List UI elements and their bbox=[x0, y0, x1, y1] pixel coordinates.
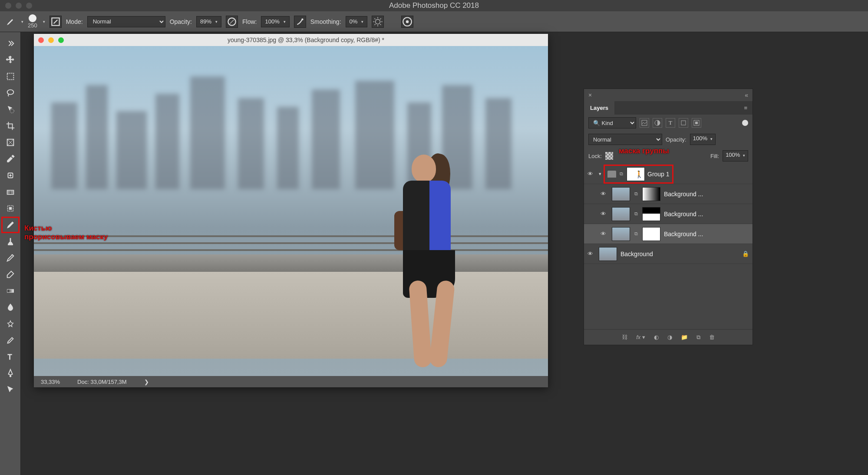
link-icon: ⧉ bbox=[634, 231, 639, 237]
chevron-down-icon[interactable]: ▾ bbox=[43, 20, 45, 24]
dodge-tool[interactable] bbox=[3, 317, 18, 331]
close-window[interactable] bbox=[5, 3, 11, 9]
layer-row[interactable]: 👁 ⧉ Background ... bbox=[584, 204, 752, 224]
layer-thumb[interactable] bbox=[612, 187, 630, 201]
eraser-tool[interactable] bbox=[3, 267, 18, 281]
pen-like-tool[interactable] bbox=[3, 333, 18, 347]
layer-mask-thumb[interactable] bbox=[642, 187, 660, 201]
clone-stamp-tool[interactable] bbox=[3, 234, 18, 248]
tab-layers[interactable]: Layers bbox=[584, 101, 614, 115]
blend-mode-select[interactable]: Normal bbox=[588, 134, 662, 145]
filter-pixel-icon[interactable] bbox=[640, 118, 649, 128]
visibility-icon[interactable]: 👁 bbox=[601, 211, 608, 217]
layer-row-background[interactable]: 👁 Background 🔒 bbox=[584, 244, 752, 264]
layer-mask-thumb[interactable]: 🚶 bbox=[627, 167, 645, 181]
doc-size[interactable]: Doc: 33,0M/157,3M bbox=[77, 379, 126, 385]
layer-opacity-input[interactable]: 100% ▾ bbox=[690, 134, 716, 145]
layer-mask-thumb[interactable] bbox=[642, 227, 660, 241]
filter-toggle-icon[interactable] bbox=[742, 120, 748, 126]
blend-mode-select[interactable]: Normal bbox=[87, 16, 165, 27]
flow-input[interactable]: 100%▾ bbox=[261, 16, 289, 27]
pressure-opacity-icon[interactable] bbox=[226, 16, 238, 28]
zoom-level[interactable]: 33,33% bbox=[41, 379, 60, 385]
canvas[interactable] bbox=[34, 46, 548, 376]
opacity-input[interactable]: 89%▾ bbox=[196, 16, 221, 27]
path-select-tool[interactable] bbox=[3, 383, 18, 397]
layer-thumb[interactable] bbox=[599, 247, 617, 261]
new-layer-icon[interactable]: ⧉ bbox=[696, 334, 700, 341]
layer-thumb[interactable] bbox=[612, 227, 630, 241]
fill-input[interactable]: 100% ▾ bbox=[723, 150, 748, 162]
filter-type-select[interactable]: 🔍 Kind bbox=[588, 117, 636, 129]
layer-name[interactable]: Group 1 bbox=[647, 171, 670, 178]
disclosure-icon[interactable]: ▾ bbox=[599, 171, 601, 177]
type-tool[interactable]: T bbox=[3, 350, 18, 364]
statusbar-chevron-icon[interactable]: ❯ bbox=[144, 379, 149, 385]
layer-name[interactable]: Background ... bbox=[664, 211, 749, 218]
add-mask-icon[interactable]: ◐ bbox=[654, 334, 659, 340]
visibility-icon[interactable]: 👁 bbox=[587, 171, 595, 177]
healing-brush-tool[interactable] bbox=[3, 168, 18, 182]
doc-minimize-icon[interactable] bbox=[48, 37, 54, 43]
crop-tool[interactable] bbox=[3, 119, 18, 133]
brush-preset-picker[interactable]: 250 bbox=[28, 14, 37, 29]
marquee-tool[interactable] bbox=[3, 69, 18, 83]
layer-name[interactable]: Background ... bbox=[664, 231, 749, 238]
panel-close-icon[interactable]: × bbox=[588, 92, 592, 99]
brush-size-value: 250 bbox=[28, 22, 37, 29]
layer-row[interactable]: 👁 ⧉ Background ... bbox=[584, 184, 752, 204]
filter-smart-icon[interactable] bbox=[692, 118, 701, 128]
lock-icon[interactable]: 🔒 bbox=[742, 251, 749, 257]
svg-rect-21 bbox=[695, 122, 698, 124]
delete-layer-icon[interactable]: 🗑 bbox=[709, 334, 715, 340]
layer-thumb[interactable] bbox=[612, 207, 630, 221]
move-tool[interactable] bbox=[3, 53, 18, 67]
doc-close-icon[interactable] bbox=[38, 37, 44, 43]
document-titlebar[interactable]: young-370385.jpg @ 33,3% (Background cop… bbox=[34, 34, 548, 46]
fill-label: Fill: bbox=[710, 153, 719, 159]
window-controls[interactable] bbox=[0, 3, 32, 9]
new-group-icon[interactable]: 📁 bbox=[681, 334, 688, 340]
visibility-icon[interactable]: 👁 bbox=[601, 191, 608, 197]
smoothing-input[interactable]: 0%▾ bbox=[346, 16, 368, 27]
gradient-tool[interactable] bbox=[3, 284, 18, 298]
blur-tool[interactable] bbox=[3, 300, 18, 314]
lock-transparency-icon[interactable] bbox=[605, 152, 613, 160]
expand-toolbar-icon[interactable] bbox=[3, 36, 18, 50]
layer-mask-thumb[interactable] bbox=[642, 207, 660, 221]
history-brush-tool[interactable] bbox=[3, 251, 18, 265]
quick-select-tool[interactable] bbox=[3, 102, 18, 116]
link-layers-icon[interactable]: ⛓ bbox=[622, 334, 627, 340]
visibility-icon[interactable]: 👁 bbox=[587, 251, 595, 257]
lasso-tool[interactable] bbox=[3, 86, 18, 100]
patch-tool[interactable] bbox=[3, 185, 18, 199]
filter-adjust-icon[interactable] bbox=[653, 118, 662, 128]
pressure-size-icon[interactable] bbox=[401, 16, 413, 28]
filter-shape-icon[interactable] bbox=[679, 118, 688, 128]
zoom-window[interactable] bbox=[26, 3, 32, 9]
airbrush-icon[interactable] bbox=[294, 16, 306, 28]
artboard-tool[interactable] bbox=[3, 201, 18, 215]
filter-type-icon[interactable]: T bbox=[666, 118, 675, 128]
eyedropper-tool[interactable] bbox=[3, 152, 18, 166]
minimize-window[interactable] bbox=[16, 3, 22, 9]
doc-zoom-icon[interactable] bbox=[58, 37, 64, 43]
panel-collapse-icon[interactable]: « bbox=[745, 92, 748, 99]
layer-name[interactable]: Background ... bbox=[664, 191, 749, 198]
fx-icon[interactable]: fx ▾ bbox=[636, 334, 645, 340]
visibility-icon[interactable]: 👁 bbox=[601, 231, 608, 237]
layer-row[interactable]: 👁 ⧉ Background ... bbox=[584, 224, 752, 244]
frame-tool[interactable] bbox=[3, 135, 18, 149]
tool-preset-picker[interactable] bbox=[5, 16, 16, 27]
panel-menu-icon[interactable]: ≡ bbox=[739, 101, 752, 115]
pen-tool[interactable] bbox=[3, 366, 18, 380]
adjustment-layer-icon[interactable]: ◑ bbox=[667, 334, 672, 340]
layer-name[interactable]: Background bbox=[620, 251, 739, 257]
mode-label: Mode: bbox=[66, 18, 83, 25]
chevron-down-icon[interactable]: ▾ bbox=[21, 20, 23, 24]
layer-row-group[interactable]: 👁 ▾ ⧉ 🚶 Group 1 bbox=[584, 164, 752, 184]
layer-opacity-label: Opacity: bbox=[666, 136, 686, 143]
smoothing-options-icon[interactable] bbox=[372, 16, 384, 28]
brush-tool[interactable] bbox=[3, 218, 18, 232]
brush-settings-icon[interactable] bbox=[50, 16, 62, 28]
